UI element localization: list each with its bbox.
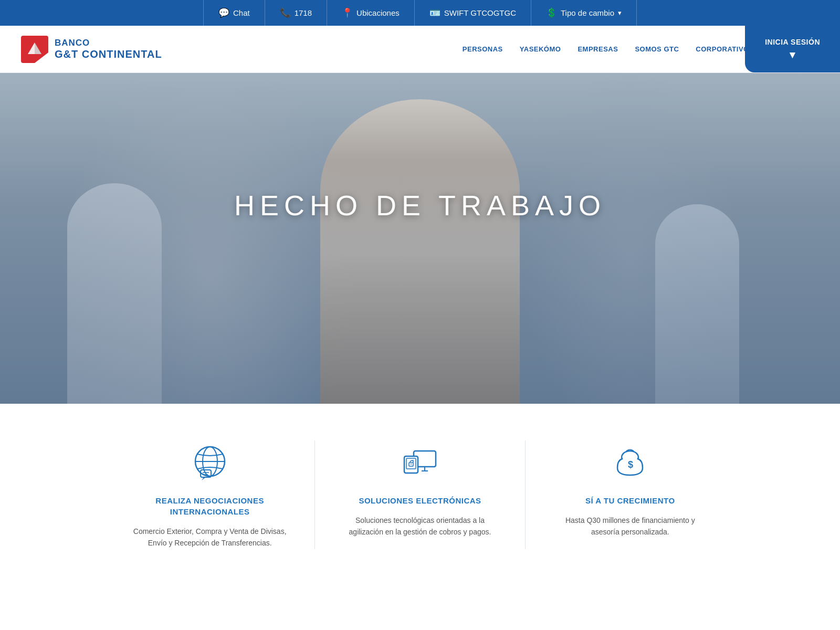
inicia-sesion-button[interactable]: INICIA SESIÓN ▾ [745, 26, 840, 72]
feature-soluciones-title: SOLUCIONES ELECTRÓNICAS [359, 495, 481, 506]
nav-somos-gtc[interactable]: SOMOS GTC [635, 45, 679, 53]
hero-overlay [0, 73, 840, 404]
hero-title: HECHO DE TRABAJO [234, 189, 606, 222]
feature-negociaciones-desc: Comercio Exterior, Compra y Venta de Div… [131, 526, 288, 549]
nav-personas[interactable]: PERSONAS [463, 45, 503, 53]
logo-icon [21, 36, 48, 63]
phone-icon: 📞 [280, 7, 291, 18]
bag-icon: $ [609, 440, 651, 482]
feature-soluciones: SOLUCIONES ELECTRÓNICAS Soluciones tecno… [315, 440, 525, 549]
svg-marker-1 [35, 43, 41, 54]
nav-yasekomo[interactable]: YASEKÓMO [520, 45, 561, 53]
top-bar-ubicaciones-label: Ubicaciones [356, 8, 400, 17]
feature-soluciones-desc: Soluciones tecnológicas orientadas a la … [341, 514, 498, 538]
top-bar-tipocambio-label: Tipo de cambio [561, 8, 614, 17]
top-bar-chat-label: Chat [233, 8, 250, 17]
feature-negociaciones-title: REALIZA NEGOCIACIONESINTERNACIONALES [155, 495, 264, 517]
feature-crecimiento-title: SÍ A TU CRECIMIENTO [585, 495, 675, 506]
chevron-down-icon: ▾ [618, 9, 622, 17]
logo-gtc: G&T CONTINENTAL [55, 48, 162, 60]
chat-icon: 💬 [218, 7, 229, 18]
feature-crecimiento-desc: Hasta Q30 millones de financiamiento y a… [552, 514, 709, 538]
features-section: REALIZA NEGOCIACIONESINTERNACIONALES Com… [0, 404, 840, 581]
feature-negociaciones: REALIZA NEGOCIACIONESINTERNACIONALES Com… [105, 440, 315, 549]
logo-svg [26, 40, 44, 58]
top-bar-ubicaciones[interactable]: 📍 Ubicaciones [327, 0, 415, 26]
globe-icon [189, 440, 231, 482]
top-bar: 💬 Chat 📞 1718 📍 Ubicaciones 🪪 SWIFT GTCO… [0, 0, 840, 26]
feature-crecimiento: $ SÍ A TU CRECIMIENTO Hasta Q30 millones… [526, 440, 735, 549]
location-icon: 📍 [342, 7, 353, 18]
screen-icon [399, 440, 441, 482]
svg-point-15 [411, 464, 412, 465]
inicia-sesion-label: INICIA SESIÓN [765, 38, 820, 46]
nav-empresas[interactable]: EMPRESAS [578, 45, 618, 53]
main-nav: BANCO G&T CONTINENTAL PERSONAS YASEKÓMO … [0, 26, 840, 73]
hero-section: HECHO DE TRABAJO [0, 73, 840, 404]
currency-icon: 💲 [546, 7, 557, 18]
logo[interactable]: BANCO G&T CONTINENTAL [21, 36, 162, 63]
top-bar-tipo-cambio[interactable]: 💲 Tipo de cambio ▾ [531, 0, 637, 26]
top-bar-phone[interactable]: 📞 1718 [265, 0, 327, 26]
top-bar-swift-label: SWIFT GTCOGTGC [444, 8, 516, 17]
logo-banco: BANCO [55, 38, 162, 48]
nav-corporativo[interactable]: CORPORATIVO [696, 45, 749, 53]
top-bar-chat[interactable]: 💬 Chat [203, 0, 265, 26]
chevron-down-icon: ▾ [790, 48, 795, 61]
top-bar-phone-label: 1718 [295, 8, 312, 17]
top-bar-swift[interactable]: 🪪 SWIFT GTCOGTGC [415, 0, 531, 26]
swift-icon: 🪪 [429, 7, 440, 18]
logo-text: BANCO G&T CONTINENTAL [55, 38, 162, 60]
features-inner: REALIZA NEGOCIACIONESINTERNACIONALES Com… [105, 440, 735, 549]
svg-text:$: $ [628, 459, 633, 470]
